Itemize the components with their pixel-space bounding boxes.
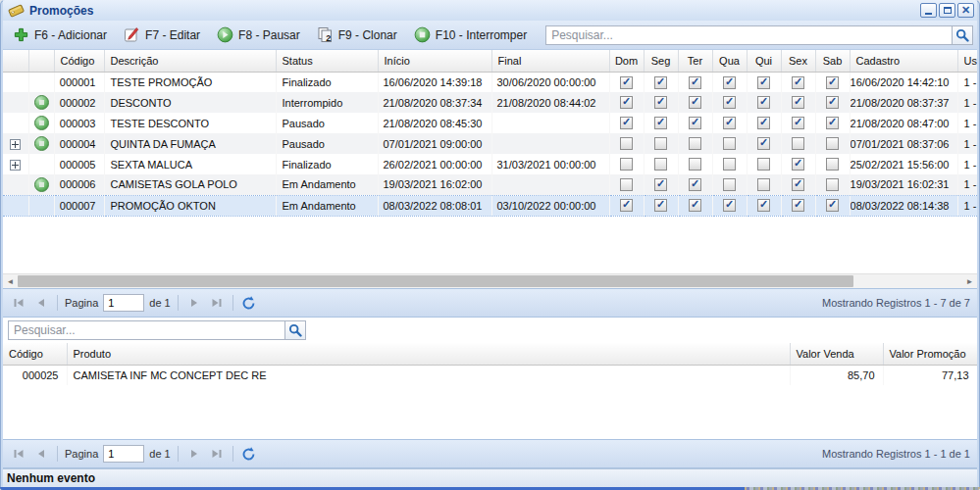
products-search-button[interactable] — [284, 320, 306, 340]
day-checkbox[interactable] — [792, 158, 804, 171]
scroll-left-icon[interactable]: ◄ — [3, 274, 18, 288]
refresh-button[interactable] — [240, 445, 258, 463]
col-final[interactable]: Final — [491, 50, 609, 72]
day-checkbox[interactable] — [723, 96, 736, 109]
scrollbar-track[interactable] — [18, 274, 962, 288]
day-checkbox[interactable] — [620, 117, 633, 129]
products-search-input[interactable] — [8, 320, 284, 340]
day-checkbox[interactable] — [620, 199, 633, 212]
scrollbar-thumb[interactable] — [18, 275, 853, 287]
day-checkbox[interactable] — [620, 76, 633, 89]
day-checkbox[interactable] — [757, 117, 770, 129]
day-checkbox[interactable] — [826, 137, 839, 150]
col-sab[interactable]: Sab — [815, 50, 850, 72]
add-button[interactable]: F6 - Adicionar — [7, 23, 116, 47]
maximize-button[interactable] — [939, 3, 955, 18]
day-checkbox[interactable] — [654, 117, 667, 129]
col-produto[interactable]: Produto — [67, 343, 790, 365]
col-sex[interactable]: Sex — [781, 50, 815, 72]
day-checkbox[interactable] — [826, 158, 839, 171]
col-dom[interactable]: Dom — [609, 50, 644, 72]
edit-button[interactable]: F7 - Editar — [118, 23, 209, 47]
last-page-button[interactable] — [208, 294, 226, 312]
promo-row[interactable]: 000002DESCONTOInterrompido21/08/2020 08:… — [3, 92, 977, 113]
horizontal-scrollbar[interactable]: ◄ ► — [3, 273, 977, 288]
day-checkbox[interactable] — [826, 96, 839, 109]
expand-plus-icon[interactable] — [10, 139, 21, 150]
day-checkbox[interactable] — [826, 178, 839, 191]
col-descricao[interactable]: Descrição — [104, 50, 276, 72]
expand-plus-icon[interactable] — [10, 160, 21, 171]
pause-button[interactable]: F8 - Pausar — [211, 23, 309, 47]
day-checkbox[interactable] — [826, 199, 839, 212]
close-button[interactable]: ✕ — [957, 3, 974, 18]
day-checkbox[interactable] — [792, 76, 804, 89]
refresh-button[interactable] — [240, 294, 258, 312]
last-page-button[interactable] — [208, 445, 226, 463]
day-checkbox[interactable] — [723, 158, 736, 171]
day-checkbox[interactable] — [654, 158, 667, 171]
day-checkbox[interactable] — [757, 76, 770, 89]
day-checkbox[interactable] — [689, 76, 701, 89]
scroll-right-icon[interactable]: ► — [962, 274, 977, 288]
col-codigo[interactable]: Código — [54, 50, 104, 72]
day-checkbox[interactable] — [723, 137, 736, 150]
day-checkbox[interactable] — [620, 158, 633, 171]
first-page-button[interactable] — [10, 445, 27, 463]
col-seg[interactable]: Seg — [644, 50, 678, 72]
day-checkbox[interactable] — [654, 137, 667, 150]
day-checkbox[interactable] — [757, 96, 770, 109]
day-checkbox[interactable] — [689, 117, 701, 129]
day-checkbox[interactable] — [654, 178, 667, 191]
day-checkbox[interactable] — [654, 76, 667, 89]
day-checkbox[interactable] — [620, 178, 633, 191]
col-inicio[interactable]: Início — [378, 50, 491, 72]
col-qui[interactable]: Qui — [747, 50, 781, 72]
day-checkbox[interactable] — [654, 199, 667, 212]
day-checkbox[interactable] — [723, 117, 736, 129]
col-status[interactable]: Status — [276, 50, 378, 72]
col-valor-promocao[interactable]: Valor Promoção — [883, 343, 977, 365]
day-checkbox[interactable] — [826, 76, 839, 89]
day-checkbox[interactable] — [826, 117, 839, 129]
prev-page-button[interactable] — [32, 294, 50, 312]
day-checkbox[interactable] — [792, 199, 804, 212]
col-cadastro[interactable]: Cadastro — [850, 50, 957, 72]
day-checkbox[interactable] — [757, 137, 770, 150]
page-number-input[interactable] — [103, 294, 144, 312]
promo-row[interactable]: 000003TESTE DESCONTOPausado21/08/2020 08… — [3, 113, 977, 133]
day-checkbox[interactable] — [723, 76, 736, 89]
clone-button[interactable]: 2 F9 - Clonar — [311, 23, 406, 47]
day-checkbox[interactable] — [757, 178, 770, 191]
day-checkbox[interactable] — [723, 199, 736, 212]
promo-row[interactable]: 000006CAMISETAS GOLA POLOEm Andamento19/… — [3, 174, 977, 195]
day-checkbox[interactable] — [654, 96, 667, 109]
col-qua[interactable]: Qua — [712, 50, 747, 72]
day-checkbox[interactable] — [757, 158, 770, 171]
minimize-button[interactable] — [920, 3, 937, 18]
col-produto-codigo[interactable]: Código — [3, 343, 67, 365]
prev-page-button[interactable] — [32, 445, 50, 463]
col-valor-venda[interactable]: Valor Venda — [790, 343, 883, 365]
first-page-button[interactable] — [10, 294, 27, 312]
promo-row[interactable]: 000001TESTE PROMOÇÃOFinalizado16/06/2020… — [3, 72, 977, 92]
day-checkbox[interactable] — [723, 178, 736, 191]
day-checkbox[interactable] — [620, 96, 633, 109]
day-checkbox[interactable] — [689, 158, 701, 171]
day-checkbox[interactable] — [689, 137, 701, 150]
day-checkbox[interactable] — [792, 96, 804, 109]
product-row[interactable]: 000025CAMISETA INF MC CONCEPT DEC RE85,7… — [3, 365, 977, 385]
search-button[interactable] — [952, 25, 973, 45]
day-checkbox[interactable] — [792, 178, 804, 191]
page-number-input[interactable] — [103, 445, 144, 463]
next-page-button[interactable] — [185, 294, 203, 312]
promo-row[interactable]: 000005SEXTA MALUCAFinalizado26/02/2021 0… — [3, 154, 977, 174]
day-checkbox[interactable] — [689, 96, 701, 109]
search-input[interactable] — [545, 25, 952, 45]
next-page-button[interactable] — [185, 445, 203, 463]
day-checkbox[interactable] — [757, 199, 770, 212]
day-checkbox[interactable] — [620, 137, 633, 150]
promo-row[interactable]: 000004QUINTA DA FUMAÇAPausado07/01/2021 … — [3, 133, 977, 154]
day-checkbox[interactable] — [792, 117, 804, 129]
day-checkbox[interactable] — [689, 199, 701, 212]
